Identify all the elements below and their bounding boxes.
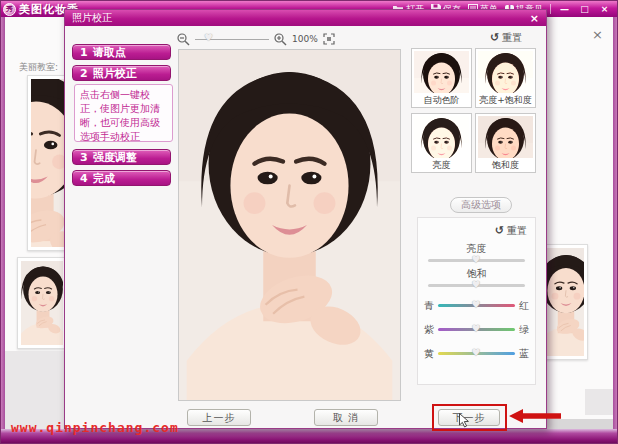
preset-label: 自动色阶 [412, 93, 471, 107]
slider-thumb[interactable]: ♥ [472, 255, 481, 265]
panel-placeholder [5, 351, 65, 431]
annotation-arrow [509, 409, 561, 423]
preset-brightness[interactable]: 亮度 [411, 113, 472, 173]
dialog-close-icon[interactable]: × [530, 12, 539, 25]
step-label: 照片校正 [93, 66, 137, 81]
step-3-pill: 3 强度调整 [72, 149, 171, 165]
app-logo-icon: 秀 [3, 3, 16, 16]
yellow-blue-slider[interactable]: ♥ [438, 352, 515, 355]
preset-label: 饱和度 [476, 158, 535, 172]
reset-icon: ↺ [495, 226, 504, 236]
reset-icon: ↺ [490, 33, 499, 43]
green-label: 绿 [519, 323, 529, 337]
toolbar-separator [550, 4, 551, 14]
minimize-button[interactable]: — [558, 4, 571, 14]
reset-adjust-button[interactable]: ↺ 重置 [495, 224, 527, 238]
reset-presets-button[interactable]: ↺ 重置 [490, 31, 522, 45]
reset-label: 重置 [502, 31, 522, 45]
preset-thumbnail [414, 51, 469, 93]
zoom-level: 100% [292, 34, 318, 44]
step-label: 请取点 [93, 45, 126, 60]
purple-green-slider[interactable]: ♥ [438, 328, 515, 331]
slider-thumb[interactable]: ♥ [472, 280, 481, 290]
prev-step-button[interactable]: 上一步 [187, 409, 251, 426]
step-number: 3 [80, 151, 88, 164]
step-4-pill: 4 完成 [72, 170, 171, 186]
purple-label: 紫 [424, 323, 434, 337]
app-window: 秀 美图化妆秀 打开 保存 菜单 ! 提意见 — □ × [0, 0, 618, 444]
step-label: 强度调整 [93, 150, 137, 165]
step-hint-text: 点击右侧一键校正，使图片更加清晰，也可使用高级选项手动校正 [74, 84, 173, 142]
step-2-pill: 2 照片校正 [72, 65, 171, 81]
cancel-button[interactable]: 取 消 [314, 409, 378, 426]
zoom-out-icon[interactable] [177, 33, 190, 46]
preset-thumbnail [478, 51, 533, 93]
workspace-close-icon[interactable]: × [592, 27, 603, 42]
step-number: 4 [80, 172, 88, 185]
preset-auto-levels[interactable]: 自动色阶 [411, 48, 472, 108]
brightness-slider[interactable]: ♥ [428, 259, 525, 262]
window-edge-right [613, 17, 617, 429]
slider-thumb[interactable]: ♥ [472, 348, 481, 358]
preset-label: 亮度+饱和度 [476, 93, 535, 107]
preset-thumbnail [414, 116, 469, 158]
step-label: 完成 [93, 171, 115, 186]
cyan-red-slider[interactable]: ♥ [438, 304, 515, 307]
blue-label: 蓝 [519, 347, 529, 361]
adjustment-panel: ↺ 重置 亮度 ♥ 饱和 ♥ 青 ♥ 红 紫 ♥ 绿 黄 ♥ [417, 217, 536, 385]
fit-screen-icon[interactable] [323, 33, 335, 45]
preset-saturation[interactable]: 饱和度 [475, 113, 536, 173]
saturation-slider[interactable]: ♥ [428, 284, 525, 287]
step-1-pill: 1 请取点 [72, 44, 171, 60]
gallery-photo[interactable] [542, 244, 588, 360]
window-edge-left [1, 17, 5, 429]
panel-placeholder [585, 389, 615, 415]
photo-canvas[interactable] [178, 49, 401, 401]
preset-label: 亮度 [412, 158, 471, 172]
preset-thumbnail [478, 116, 533, 158]
photo-correction-dialog: 照片校正 × 1 请取点 2 照片校正 点击右侧一键校正，使图片更加清晰，也可使… [64, 9, 547, 429]
advanced-options-button[interactable]: 高级选项 [450, 197, 512, 213]
close-button[interactable]: × [598, 4, 611, 14]
zoom-slider[interactable]: ♥ [195, 39, 269, 40]
gallery-photo[interactable] [17, 257, 67, 349]
slider-thumb[interactable]: ♥ [472, 300, 481, 310]
preset-brightness-saturation[interactable]: 亮度+饱和度 [475, 48, 536, 108]
zoom-toolbar: ♥ 100% [177, 32, 335, 46]
reset-label: 重置 [507, 224, 527, 238]
dialog-title: 照片校正 [72, 11, 112, 25]
step-number: 1 [80, 46, 88, 59]
zoom-slider-thumb[interactable]: ♥ [204, 33, 213, 43]
red-label: 红 [519, 299, 529, 313]
watermark-text: www.qinpinchang.com [11, 420, 179, 435]
step-number: 2 [80, 67, 88, 80]
slider-thumb[interactable]: ♥ [472, 324, 481, 334]
maximize-button[interactable]: □ [578, 4, 591, 14]
section-label: 美丽教室: [19, 61, 58, 74]
dialog-header: 照片校正 × [65, 10, 546, 26]
mouse-cursor [459, 413, 470, 428]
zoom-in-icon[interactable] [274, 33, 287, 46]
yellow-label: 黄 [424, 347, 434, 361]
cyan-label: 青 [424, 299, 434, 313]
